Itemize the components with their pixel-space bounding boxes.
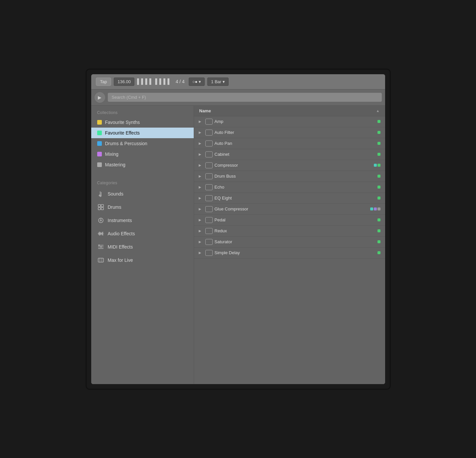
time-signature: 4 / 4: [174, 79, 186, 84]
device-icon: [205, 162, 213, 168]
mastering-color: [97, 162, 102, 167]
status-dots: [377, 142, 380, 145]
name-column-label: Name: [199, 108, 376, 113]
effect-row-eq-eight[interactable]: ▶ EQ Eight: [194, 193, 385, 204]
status-dots: [377, 197, 380, 200]
drums-icon: [97, 203, 104, 211]
expand-arrow-icon: ▶: [199, 218, 203, 222]
expand-arrow-icon: ▶: [199, 174, 203, 178]
effect-name: Auto Pan: [215, 141, 375, 146]
svg-rect-2: [98, 207, 101, 210]
collections-label: Collections: [91, 106, 194, 117]
category-item-sounds[interactable]: Sounds: [91, 187, 194, 200]
status-dots: [377, 218, 380, 221]
effect-name: Redux: [215, 228, 375, 233]
effect-row-cabinet[interactable]: ▶ Cabinet: [194, 149, 385, 160]
status-dots: [377, 175, 380, 178]
effect-name: EQ Eight: [215, 196, 375, 200]
categories-label: Categories: [91, 176, 194, 187]
dot-green: [377, 142, 380, 145]
instruments-icon: [97, 217, 104, 224]
sort-arrow-icon: ▲: [376, 109, 380, 113]
effect-name: Cabinet: [215, 152, 375, 157]
categories-section: Categories Sounds: [91, 176, 194, 267]
category-item-audio-effects[interactable]: Audio Effects: [91, 227, 194, 240]
expand-arrow-icon: ▶: [199, 152, 203, 156]
search-input[interactable]: [108, 93, 382, 102]
audio-effects-icon: [97, 230, 104, 237]
loop-mode-selector[interactable]: ○● ▾: [189, 78, 205, 86]
mastering-label: Mastering: [105, 162, 125, 167]
effect-row-amp[interactable]: ▶ Amp: [194, 116, 385, 127]
effect-name: Pedal: [215, 217, 375, 222]
expand-arrow-icon: ▶: [199, 131, 203, 134]
category-item-instruments[interactable]: Instruments: [91, 214, 194, 227]
max-for-live-icon: [97, 257, 104, 264]
tap-button[interactable]: Tap: [96, 78, 111, 86]
collection-item-mixing[interactable]: Mixing: [91, 149, 194, 159]
device-icon: [205, 250, 213, 256]
status-dots: [377, 131, 380, 134]
effect-row-compressor[interactable]: ▶ Compressor: [194, 160, 385, 171]
device-icon: [205, 217, 213, 223]
dot-gray: [377, 207, 380, 210]
svg-rect-0: [98, 204, 101, 207]
effect-row-redux[interactable]: ▶ Redux: [194, 226, 385, 237]
bar-mode-selector[interactable]: 1 Bar ▾: [207, 78, 229, 86]
fav-effects-label: Favourite Effects: [105, 130, 140, 136]
device-icon: [205, 119, 213, 125]
fav-synths-color: [97, 120, 102, 125]
device-icon: [205, 173, 213, 179]
collection-item-fav-effects[interactable]: Favourite Effects: [91, 128, 194, 138]
expand-arrow-icon: ▶: [199, 120, 203, 123]
device-icon: [205, 184, 213, 190]
effect-row-auto-pan[interactable]: ▶ Auto Pan: [194, 138, 385, 149]
category-item-drums[interactable]: Drums: [91, 200, 194, 214]
right-panel: Name ▲ ▶ Amp ▶ Auto Filter: [194, 106, 385, 384]
dot-green: [377, 164, 380, 167]
effect-row-drum-buss[interactable]: ▶ Drum Buss: [194, 171, 385, 182]
effect-row-simple-delay[interactable]: ▶ Simple Delay: [194, 248, 385, 258]
effect-row-echo[interactable]: ▶ Echo: [194, 182, 385, 193]
device-icon: [205, 141, 213, 146]
status-dots: [377, 120, 380, 123]
svg-rect-19: [99, 245, 100, 246]
device-icon: [205, 239, 213, 245]
effect-row-saturator[interactable]: ▶ Saturator: [194, 237, 385, 248]
expand-arrow-icon: ▶: [199, 229, 203, 233]
effect-row-glue-compressor[interactable]: ▶ Glue Compressor: [194, 204, 385, 215]
bpm-display: 136.00: [114, 78, 134, 86]
category-item-max-for-live[interactable]: Max for Live: [91, 254, 194, 267]
left-panel: Collections Favourite Synths Favourite E…: [91, 106, 194, 384]
effect-name: Saturator: [215, 239, 375, 244]
beat-meter-icon: ▌▌▌▌ ▌▌▌▌: [137, 79, 171, 85]
expand-arrow-icon: ▶: [199, 251, 203, 255]
device-icon: [205, 228, 213, 234]
main-content: Collections Favourite Synths Favourite E…: [91, 106, 385, 384]
name-header: Name ▲: [194, 106, 385, 116]
expand-arrow-icon: ▶: [199, 240, 203, 244]
effect-name: Compressor: [215, 163, 372, 168]
device-icon: [205, 151, 213, 157]
drums-color: [97, 141, 102, 146]
play-button[interactable]: ▶: [95, 92, 105, 103]
dot-green: [377, 197, 380, 200]
sounds-icon: [97, 190, 104, 198]
effect-row-pedal[interactable]: ▶ Pedal: [194, 215, 385, 226]
collection-item-drums-percussion[interactable]: Drums & Percussion: [91, 138, 194, 149]
device-icon: [205, 206, 213, 212]
category-item-midi-effects[interactable]: MIDI Effects: [91, 240, 194, 254]
collection-item-fav-synths[interactable]: Favourite Synths: [91, 117, 194, 128]
dot-green: [377, 229, 380, 232]
status-dots: [377, 240, 380, 243]
bar-mode-label: 1 Bar: [211, 79, 221, 84]
expand-arrow-icon: ▶: [199, 207, 203, 211]
midi-effects-icon: [97, 243, 104, 251]
mixing-color: [97, 152, 102, 156]
effect-name: Glue Compressor: [215, 206, 368, 211]
collection-item-mastering[interactable]: Mastering: [91, 159, 194, 170]
effect-row-auto-filter[interactable]: ▶ Auto Filter: [194, 127, 385, 138]
expand-arrow-icon: ▶: [199, 163, 203, 167]
device-icon: [205, 130, 213, 136]
expand-arrow-icon: ▶: [199, 185, 203, 189]
